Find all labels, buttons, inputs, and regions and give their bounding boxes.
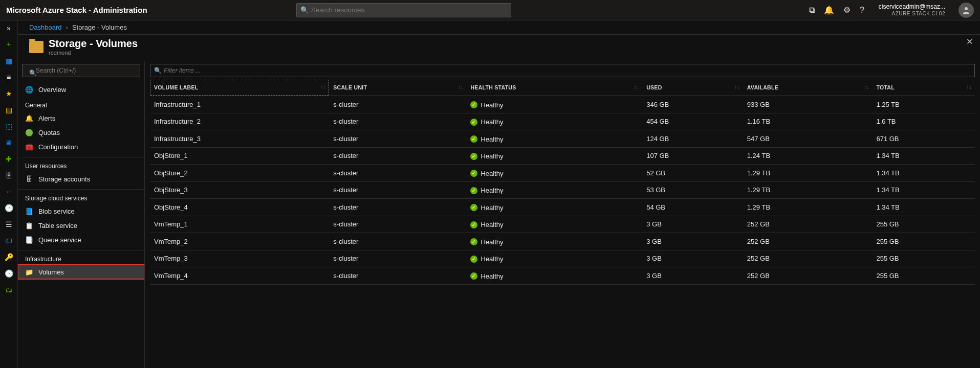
nav-item-quotas[interactable]: 🟢Quotas (18, 125, 144, 140)
table-cell: s-cluster (329, 165, 466, 182)
marketplace-icon[interactable]: ✚ (4, 154, 13, 164)
nav-section-header: General (18, 97, 144, 111)
user-block[interactable]: ciserviceadmin@msaz... AZURE STACK CI 02 (879, 3, 945, 16)
table-cell: ✓Healthy (466, 96, 642, 113)
cloud-shell-icon[interactable]: ⧉ (809, 6, 815, 15)
network-icon[interactable]: ↔ (4, 187, 13, 196)
nav-overview[interactable]: 🌐 Overview (18, 82, 144, 97)
table-cell: ObjStore_4 (150, 199, 329, 216)
nav-search-input[interactable] (22, 64, 140, 77)
healthy-icon: ✓ (470, 187, 477, 194)
table-cell: 252 GB (743, 267, 873, 285)
table-row[interactable]: VmTemp_2s-cluster✓Healthy3 GB252 GB255 G… (150, 233, 975, 250)
plans-icon[interactable]: 🗂 (4, 285, 13, 294)
nav-item-label: Blob service (38, 208, 75, 215)
table-row[interactable]: Infrastructure_1s-cluster✓Healthy346 GB9… (150, 96, 975, 113)
blade-header: Storage - Volumes redmond ✕ (18, 35, 980, 61)
table-row[interactable]: VmTemp_4s-cluster✓Healthy3 GB252 GB255 G… (150, 267, 975, 285)
table-cell: VmTemp_3 (150, 250, 329, 267)
col-scale-unit[interactable]: SCALE UNIT↑↓ (329, 79, 466, 96)
folder-icon (29, 41, 43, 53)
recent-icon[interactable]: 🕓 (4, 269, 13, 278)
table-row[interactable]: Infrastructure_3s-cluster✓Healthy124 GB5… (150, 130, 975, 148)
favorites-star-icon[interactable]: ★ (4, 89, 13, 98)
nav-item-label: Storage accounts (38, 175, 90, 183)
col-health[interactable]: HEALTH STATUS↑↓ (466, 79, 642, 96)
all-resources-icon[interactable]: ▤ (4, 105, 13, 114)
table-cell: Infrastructure_1 (150, 96, 329, 113)
healthy-icon: ✓ (470, 272, 477, 280)
notifications-icon[interactable]: 🔔 (824, 5, 834, 15)
subscriptions-icon[interactable]: 🔑 (4, 252, 13, 262)
table-row[interactable]: Infrastructure_2s-cluster✓Healthy454 GB1… (150, 113, 975, 130)
updates-icon[interactable]: 🕑 (4, 203, 13, 213)
nav-item-configuration[interactable]: 🧰Configuration (18, 140, 144, 154)
table-row[interactable]: VmTemp_1s-cluster✓Healthy3 GB252 GB255 G… (150, 216, 975, 233)
table-cell: 255 GB (872, 233, 975, 250)
table-cell: 1.34 TB (872, 147, 975, 165)
nav-item-blob-service[interactable]: 📘Blob service (18, 204, 144, 218)
resource-groups-icon[interactable]: ⬚ (4, 122, 13, 131)
table-row[interactable]: ObjStore_2s-cluster✓Healthy52 GB1.29 TB1… (150, 165, 975, 182)
table-cell: s-cluster (329, 199, 466, 216)
nav-item-storage-accounts[interactable]: 🗄Storage accounts (18, 172, 144, 186)
nav-item-table-service[interactable]: 📋Table service (18, 218, 144, 233)
health-text: Healthy (481, 170, 503, 177)
col-available[interactable]: AVAILABLE↑↓ (743, 79, 873, 96)
table-cell: 124 GB (642, 130, 743, 148)
settings-gear-icon[interactable]: ⚙ (843, 5, 851, 15)
nav-item-label: Overview (38, 86, 66, 94)
virtual-machines-icon[interactable]: 🖥 (4, 138, 13, 147)
table-cell: 255 GB (872, 250, 975, 267)
table-row[interactable]: ObjStore_1s-cluster✓Healthy107 GB1.24 TB… (150, 147, 975, 165)
health-text: Healthy (481, 272, 503, 280)
table-cell: 255 GB (872, 216, 975, 233)
healthy-icon: ✓ (470, 119, 477, 126)
nav-item-icon: 🧰 (25, 143, 33, 151)
table-cell: 3 GB (642, 267, 743, 285)
sort-icon: ↑↓ (966, 84, 972, 90)
nav-item-alerts[interactable]: 🔔Alerts (18, 111, 144, 125)
close-blade-icon[interactable]: ✕ (966, 37, 973, 47)
help-icon[interactable]: ? (860, 6, 864, 15)
nav-item-queue-service[interactable]: 📑Queue service (18, 233, 144, 247)
sort-icon: ↑↓ (734, 84, 740, 90)
table-cell: 1.24 TB (743, 147, 873, 165)
product-title: Microsoft Azure Stack - Administration (6, 6, 147, 14)
table-cell: ✓Healthy (466, 130, 642, 148)
table-cell: 1.29 TB (743, 165, 873, 182)
page-title: Storage - Volumes (49, 38, 138, 50)
tags-icon[interactable]: 🏷 (4, 236, 13, 245)
breadcrumb-root[interactable]: Dashboard (29, 24, 62, 31)
health-text: Healthy (481, 101, 503, 109)
table-row[interactable]: ObjStore_3s-cluster✓Healthy53 GB1.29 TB1… (150, 181, 975, 199)
table-cell: ObjStore_1 (150, 147, 329, 165)
table-cell: 1.16 TB (743, 113, 873, 130)
table-cell: 54 GB (642, 199, 743, 216)
expand-rail-icon[interactable]: » (4, 24, 13, 33)
nav-item-label: Alerts (38, 114, 55, 122)
dashboard-icon[interactable]: ▦ (4, 56, 13, 65)
table-row[interactable]: ObjStore_4s-cluster✓Healthy54 GB1.29 TB1… (150, 199, 975, 216)
table-cell: ✓Healthy (466, 165, 642, 182)
nav-item-volumes[interactable]: 📁Volumes (18, 265, 144, 279)
nav-item-label: Volumes (38, 268, 64, 276)
grid-filter-input[interactable] (150, 64, 975, 77)
col-used[interactable]: USED↑↓ (642, 79, 743, 96)
col-total[interactable]: TOTAL↑↓ (872, 79, 975, 96)
table-row[interactable]: VmTemp_3s-cluster✓Healthy3 GB252 GB255 G… (150, 250, 975, 267)
global-search-input[interactable] (296, 3, 511, 17)
all-services-icon[interactable]: ≡ (4, 73, 13, 82)
search-icon: 🔍 (29, 70, 37, 77)
list-icon[interactable]: ☰ (4, 220, 13, 229)
create-resource-icon[interactable]: ＋ (4, 40, 13, 49)
table-cell: 547 GB (743, 130, 873, 148)
avatar[interactable] (959, 3, 974, 18)
table-cell: 454 GB (642, 113, 743, 130)
table-cell: s-cluster (329, 147, 466, 165)
health-text: Healthy (481, 187, 503, 194)
col-volume-label[interactable]: VOLUME LABEL↑↓ (150, 79, 329, 96)
table-cell: ✓Healthy (466, 181, 642, 199)
storage-icon[interactable]: 🗄 (4, 171, 13, 180)
nav-item-label: Configuration (38, 143, 78, 151)
